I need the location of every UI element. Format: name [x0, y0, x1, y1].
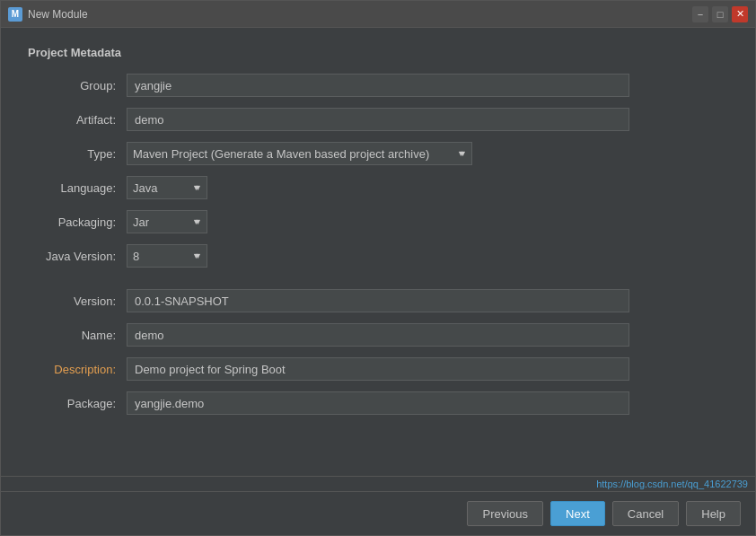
- packaging-select[interactable]: Jar War: [127, 210, 207, 233]
- main-content: Project Metadata Group: Artifact: Type: …: [1, 28, 755, 476]
- packaging-select-wrapper: Jar War ▼: [127, 210, 207, 233]
- footer: Previous Next Cancel Help: [1, 491, 755, 535]
- package-row: Package:: [28, 391, 728, 415]
- previous-button[interactable]: Previous: [467, 501, 543, 526]
- language-select-wrapper: Java Kotlin Groovy ▼: [127, 176, 207, 199]
- help-button[interactable]: Help: [686, 501, 741, 526]
- section-title: Project Metadata: [28, 46, 728, 59]
- packaging-row: Packaging: Jar War ▼: [28, 210, 728, 233]
- close-button[interactable]: ✕: [732, 6, 748, 22]
- artifact-row: Artifact:: [28, 108, 728, 131]
- name-row: Name:: [28, 323, 728, 347]
- java-version-label: Java Version:: [28, 250, 127, 263]
- type-select-wrapper: Maven Project (Generate a Maven based pr…: [127, 142, 472, 165]
- window-title: New Module: [28, 8, 692, 21]
- type-row: Type: Maven Project (Generate a Maven ba…: [28, 142, 728, 165]
- artifact-label: Artifact:: [28, 113, 127, 127]
- java-version-select[interactable]: 8 11 17: [127, 244, 207, 268]
- description-row: Description:: [28, 357, 728, 381]
- version-row: Version:: [28, 289, 728, 312]
- group-label: Group:: [28, 79, 127, 92]
- language-row: Language: Java Kotlin Groovy ▼: [28, 176, 728, 199]
- next-button[interactable]: Next: [550, 501, 605, 526]
- description-label: Description:: [28, 363, 127, 376]
- url-text: https://blog.csdn.net/qq_41622739: [596, 479, 748, 489]
- version-input[interactable]: [127, 289, 629, 312]
- name-input[interactable]: [127, 323, 629, 347]
- language-select[interactable]: Java Kotlin Groovy: [127, 176, 207, 199]
- maximize-button[interactable]: □: [712, 6, 728, 22]
- name-label: Name:: [28, 329, 127, 342]
- type-label: Type:: [28, 147, 127, 161]
- language-label: Language:: [28, 181, 127, 195]
- window-icon: M: [8, 7, 22, 22]
- cancel-button[interactable]: Cancel: [612, 501, 679, 526]
- window-controls: − □ ✕: [692, 6, 748, 22]
- java-version-select-wrapper: 8 11 17 ▼: [127, 244, 207, 268]
- packaging-label: Packaging:: [28, 215, 127, 229]
- url-bar: https://blog.csdn.net/qq_41622739: [1, 476, 755, 491]
- group-input[interactable]: [127, 74, 629, 97]
- minimize-button[interactable]: −: [692, 6, 708, 22]
- version-label: Version:: [28, 294, 127, 308]
- description-input[interactable]: [127, 357, 629, 381]
- java-version-row: Java Version: 8 11 17 ▼: [28, 244, 728, 268]
- package-label: Package:: [28, 397, 127, 410]
- title-bar: M New Module − □ ✕: [1, 1, 755, 28]
- new-module-window: M New Module − □ ✕ Project Metadata Grou…: [0, 0, 756, 536]
- package-input[interactable]: [127, 391, 629, 415]
- type-select[interactable]: Maven Project (Generate a Maven based pr…: [127, 142, 472, 165]
- group-row: Group:: [28, 74, 728, 97]
- artifact-input[interactable]: [127, 108, 629, 131]
